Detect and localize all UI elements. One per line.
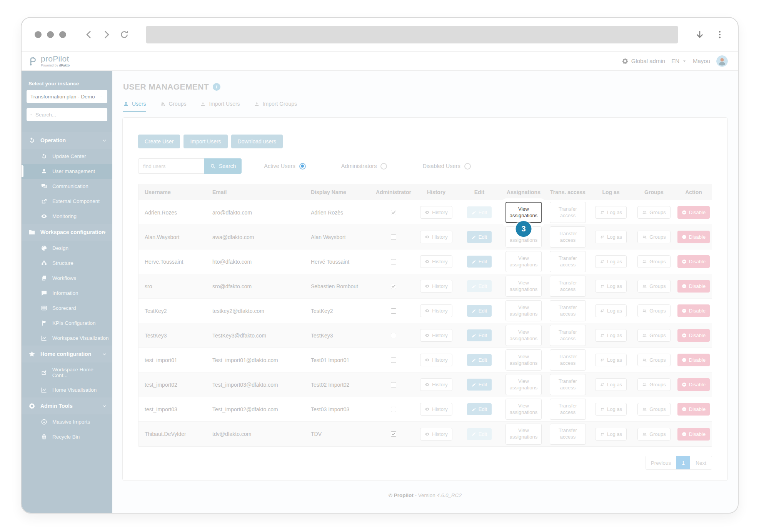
window-control-dot[interactable] bbox=[59, 31, 66, 38]
download-users-button[interactable]: Download users bbox=[231, 135, 283, 148]
sidebar-section-home-configuration[interactable]: Home configuration bbox=[22, 346, 112, 362]
transfer-access-button[interactable]: Transfer access bbox=[550, 202, 586, 223]
log-as-button[interactable]: Log as bbox=[595, 280, 627, 293]
sidebar-section-operation[interactable]: Operation bbox=[22, 132, 112, 149]
administrator-checkbox[interactable] bbox=[391, 210, 396, 215]
sidebar-item-monitoring[interactable]: Monitoring bbox=[22, 209, 112, 224]
log-as-button[interactable]: Log as bbox=[595, 206, 627, 219]
transfer-access-button[interactable]: Transfer access bbox=[550, 226, 586, 248]
sidebar-item-update-center[interactable]: Update Center bbox=[22, 149, 112, 164]
download-icon[interactable] bbox=[695, 30, 705, 40]
forward-icon[interactable] bbox=[102, 30, 112, 40]
view-assignations-button[interactable]: View assignations bbox=[505, 424, 542, 445]
browser-menu-icon[interactable] bbox=[715, 30, 725, 40]
tab-users[interactable]: Users bbox=[123, 101, 146, 112]
radio-active-users[interactable] bbox=[299, 163, 306, 170]
disable-button[interactable]: Disable bbox=[677, 378, 710, 391]
administrator-checkbox[interactable] bbox=[391, 357, 396, 363]
sidebar-item-scorecard[interactable]: Scorecard bbox=[22, 301, 112, 316]
sidebar-item-home-visualisation[interactable]: Home Visualisation bbox=[22, 382, 112, 397]
view-assignations-button[interactable]: View assignations bbox=[505, 349, 542, 371]
disable-button[interactable]: Disable bbox=[677, 354, 710, 366]
log-as-button[interactable]: Log as bbox=[595, 378, 627, 391]
sidebar-item-external-component[interactable]: External Component bbox=[22, 194, 112, 209]
disable-button[interactable]: Disable bbox=[677, 206, 710, 219]
filter-disabled-users[interactable]: Disabled Users bbox=[422, 163, 470, 170]
transfer-access-button[interactable]: Transfer access bbox=[550, 325, 586, 346]
view-assignations-button[interactable]: View assignations bbox=[505, 251, 542, 272]
sidebar-item-workflows[interactable]: Workflows bbox=[22, 271, 112, 286]
view-assignations-button[interactable]: View assignations bbox=[505, 202, 542, 223]
administrator-checkbox[interactable] bbox=[391, 284, 396, 289]
history-button[interactable]: History bbox=[420, 378, 452, 391]
log-as-button[interactable]: Log as bbox=[595, 255, 627, 268]
history-button[interactable]: History bbox=[420, 255, 452, 268]
transfer-access-button[interactable]: Transfer access bbox=[550, 374, 586, 395]
history-button[interactable]: History bbox=[420, 206, 452, 219]
find-users-input[interactable] bbox=[138, 158, 204, 174]
disable-button[interactable]: Disable bbox=[677, 231, 710, 243]
disable-button[interactable]: Disable bbox=[677, 304, 710, 317]
view-assignations-button[interactable]: View assignations bbox=[505, 374, 542, 395]
disable-button[interactable]: Disable bbox=[677, 428, 710, 441]
radio-disabled-users[interactable] bbox=[464, 163, 471, 170]
administrator-checkbox[interactable] bbox=[391, 259, 396, 264]
import-users-button[interactable]: Import Users bbox=[183, 135, 227, 148]
edit-button[interactable]: Edit bbox=[467, 256, 492, 268]
log-as-button[interactable]: Log as bbox=[595, 428, 627, 441]
filter-administrators[interactable]: Administrators bbox=[341, 163, 387, 170]
transfer-access-button[interactable]: Transfer access bbox=[550, 300, 586, 321]
administrator-checkbox[interactable] bbox=[391, 234, 396, 240]
administrator-checkbox[interactable] bbox=[391, 382, 396, 387]
url-bar[interactable] bbox=[146, 26, 678, 43]
groups-button[interactable]: Groups bbox=[637, 378, 671, 391]
edit-button[interactable]: Edit bbox=[467, 403, 492, 415]
instance-select[interactable]: Transformation plan - Demo bbox=[27, 90, 107, 103]
edit-button[interactable]: Edit bbox=[467, 329, 492, 341]
administrator-checkbox[interactable] bbox=[391, 407, 396, 412]
sidebar-item-information[interactable]: Information bbox=[22, 286, 112, 301]
window-control-dot[interactable] bbox=[35, 31, 42, 38]
groups-button[interactable]: Groups bbox=[637, 428, 671, 441]
history-button[interactable]: History bbox=[420, 329, 452, 342]
groups-button[interactable]: Groups bbox=[637, 329, 671, 342]
view-assignations-button[interactable]: View assignations bbox=[505, 325, 542, 346]
edit-button[interactable]: Edit bbox=[467, 206, 492, 218]
tab-import-groups[interactable]: Import Groups bbox=[254, 101, 297, 112]
disable-button[interactable]: Disable bbox=[677, 329, 710, 342]
groups-button[interactable]: Groups bbox=[637, 206, 671, 219]
sidebar-item-workspace-home-conf[interactable]: Workspace Home Conf... bbox=[22, 362, 112, 382]
window-controls[interactable] bbox=[35, 31, 66, 38]
disable-button[interactable]: Disable bbox=[677, 403, 710, 416]
sidebar-item-design[interactable]: Design bbox=[22, 241, 112, 256]
sidebar-item-workspace-visualization[interactable]: Workspace Visualization bbox=[22, 331, 112, 346]
administrator-checkbox[interactable] bbox=[391, 431, 396, 437]
administrator-checkbox[interactable] bbox=[391, 333, 396, 338]
sidebar-section-workspace-configuration[interactable]: Workspace configuration bbox=[22, 224, 112, 241]
history-button[interactable]: History bbox=[420, 304, 452, 317]
history-button[interactable]: History bbox=[420, 428, 452, 441]
edit-button[interactable]: Edit bbox=[467, 428, 492, 440]
history-button[interactable]: History bbox=[420, 403, 452, 416]
radio-administrators[interactable] bbox=[380, 163, 387, 170]
avatar[interactable] bbox=[716, 55, 728, 67]
sidebar-item-kpis-configuration[interactable]: KPIs Configuration bbox=[22, 316, 112, 331]
reload-icon[interactable] bbox=[119, 30, 129, 40]
log-as-button[interactable]: Log as bbox=[595, 354, 627, 366]
groups-button[interactable]: Groups bbox=[637, 354, 671, 366]
transfer-access-button[interactable]: Transfer access bbox=[550, 349, 586, 371]
sidebar-search-input[interactable] bbox=[35, 112, 103, 118]
groups-button[interactable]: Groups bbox=[637, 304, 671, 317]
create-user-button[interactable]: Create User bbox=[138, 135, 180, 148]
pagination-next[interactable]: Next bbox=[690, 456, 712, 469]
sidebar-item-recycle-bin[interactable]: Recycle Bin bbox=[22, 429, 112, 444]
edit-button[interactable]: Edit bbox=[467, 379, 492, 391]
view-assignations-button[interactable]: View assignations bbox=[505, 300, 542, 321]
view-assignations-button[interactable]: View assignations bbox=[505, 276, 542, 297]
search-button[interactable]: Search bbox=[204, 158, 242, 174]
history-button[interactable]: History bbox=[420, 231, 452, 243]
back-icon[interactable] bbox=[84, 30, 94, 40]
filter-active-users[interactable]: Active Users bbox=[264, 163, 305, 170]
view-assignations-button[interactable]: View assignations bbox=[505, 399, 542, 420]
edit-button[interactable]: Edit bbox=[467, 280, 492, 292]
